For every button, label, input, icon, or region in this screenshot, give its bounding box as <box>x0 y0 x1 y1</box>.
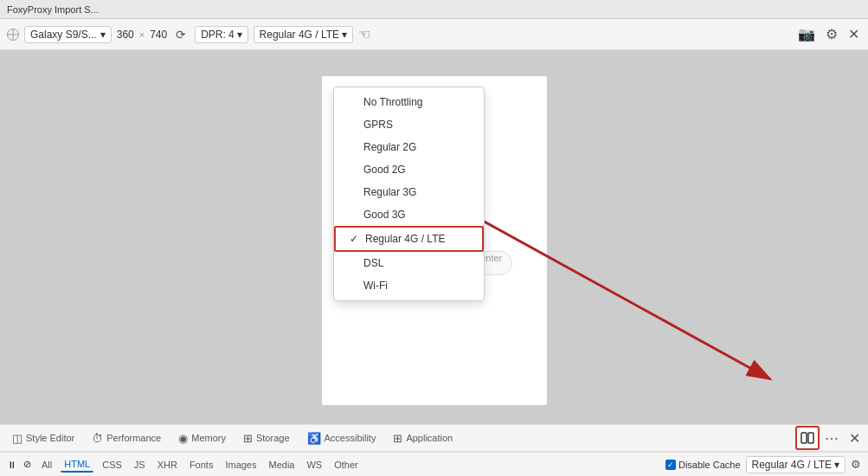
device-frame: Firefox Search with Yandex or enter addr… <box>322 76 547 405</box>
firefox-text: Firefox <box>428 214 481 234</box>
tab-performance[interactable]: ⏱ Performance <box>83 427 170 450</box>
dpr-chevron-icon: ▾ <box>237 29 242 41</box>
dock-icon <box>800 432 814 444</box>
dpr-selector[interactable]: DPR: 4 ▾ <box>195 26 248 43</box>
tab-label: Storage <box>256 433 290 443</box>
tab-style-editor[interactable]: ◫ Style Editor <box>3 427 83 450</box>
disable-cache-control: ✓ Disable Cache <box>665 460 741 470</box>
close-button[interactable]: ✕ <box>846 24 861 44</box>
memory-icon: ◉ <box>178 432 188 445</box>
width-value: 360 <box>117 29 134 41</box>
filter-all[interactable]: All <box>38 458 55 472</box>
filter-css[interactable]: CSS <box>99 458 125 472</box>
toolbar: Galaxy S9/S... ▾ 360 × 740 ⟳ DPR: 4 ▾ Re… <box>0 19 868 50</box>
device-content: Firefox Search with Yandex or enter addr… <box>322 76 547 405</box>
network-bottom-label: Regular 4G / LTE <box>752 459 832 471</box>
network-bar: ⏸ ⊘ All HTML CSS JS XHR Fonts Images Med… <box>0 452 868 476</box>
network-bar-controls: ⏸ ⊘ <box>7 459 31 470</box>
accessibility-icon: ♿ <box>307 432 321 445</box>
tab-label: Application <box>406 433 453 443</box>
dpr-value: 4 <box>228 29 235 41</box>
toolbar-right: 📷 ⚙ ✕ <box>796 24 861 44</box>
title-bar: FoxyProxy Import S... <box>0 0 868 19</box>
screenshot-button[interactable]: 📷 <box>796 24 817 44</box>
style-editor-icon: ◫ <box>12 432 23 445</box>
pause-button[interactable]: ⏸ <box>7 460 16 470</box>
search-bar[interactable]: Search with Yandex or enter address <box>357 251 512 275</box>
performance-icon: ⏱ <box>92 432 103 445</box>
stop-button[interactable]: ⊘ <box>23 459 31 470</box>
network-label: Regular 4G / LTE <box>260 29 339 41</box>
globe-icon <box>7 29 19 41</box>
network-throttle-bottom[interactable]: Regular 4G / LTE ▾ <box>746 456 845 473</box>
title-text: FoxyProxy Import S... <box>7 4 99 15</box>
main-area: Firefox Search with Yandex or enter addr… <box>0 50 868 424</box>
tab-label: Style Editor <box>26 433 74 443</box>
settings-button[interactable]: ⚙ <box>824 24 839 44</box>
network-bottom-chevron: ▾ <box>834 459 839 471</box>
network-throttle-selector[interactable]: Regular 4G / LTE ▾ <box>254 26 353 43</box>
height-value: 740 <box>150 29 167 41</box>
dims-separator: × <box>139 29 145 40</box>
tab-application[interactable]: ⊞ Application <box>384 427 461 450</box>
filter-html[interactable]: HTML <box>61 457 93 473</box>
yandex-icon <box>366 257 378 269</box>
search-placeholder: Search with Yandex or enter address <box>383 253 503 273</box>
application-icon: ⊞ <box>393 432 402 445</box>
devtools-tabs: ◫ Style Editor ⏱ Performance ◉ Memory ⊞ … <box>0 424 868 452</box>
network-settings-icon[interactable]: ⚙ <box>851 458 861 471</box>
device-label: Galaxy S9/S... <box>30 29 97 41</box>
disable-cache-label: Disable Cache <box>678 460 741 470</box>
device-selector[interactable]: Galaxy S9/S... ▾ <box>24 26 112 43</box>
devtools-tab-right: ⋯ ✕ <box>795 426 865 450</box>
tab-storage[interactable]: ⊞ Storage <box>235 427 299 450</box>
filter-media[interactable]: Media <box>265 458 298 472</box>
filter-xhr[interactable]: XHR <box>154 458 181 472</box>
network-bar-tabs: All HTML CSS JS XHR Fonts Images Media W… <box>38 457 659 473</box>
filter-fonts[interactable]: Fonts <box>186 458 217 472</box>
tab-label: Accessibility <box>325 433 376 443</box>
device-chevron-icon: ▾ <box>100 29 106 41</box>
firefox-logo-icon <box>387 206 421 241</box>
rotate-button[interactable]: ⟳ <box>172 26 190 43</box>
filter-other[interactable]: Other <box>331 458 362 472</box>
tab-memory[interactable]: ◉ Memory <box>170 427 235 450</box>
firefox-logo: Firefox <box>387 206 481 241</box>
filter-js[interactable]: JS <box>131 458 149 472</box>
filter-images[interactable]: Images <box>222 458 260 472</box>
svg-rect-4 <box>801 433 807 443</box>
storage-icon: ⊞ <box>243 432 253 445</box>
dpr-label: DPR: <box>201 29 226 41</box>
close-devtools-button[interactable]: ✕ <box>844 428 865 448</box>
tab-label: Memory <box>191 433 226 443</box>
tab-label: Performance <box>106 433 161 443</box>
tab-accessibility[interactable]: ♿ Accessibility <box>299 427 385 450</box>
touch-icon[interactable]: ☜ <box>358 26 370 42</box>
filter-ws[interactable]: WS <box>303 458 325 472</box>
viewport: Firefox Search with Yandex or enter addr… <box>0 50 868 424</box>
more-options-button[interactable]: ⋯ <box>821 428 842 448</box>
dock-button[interactable] <box>795 426 820 450</box>
network-chevron-icon: ▾ <box>342 29 347 41</box>
network-bar-right: ✓ Disable Cache Regular 4G / LTE ▾ ⚙ <box>665 456 861 473</box>
svg-rect-5 <box>808 433 813 443</box>
disable-cache-checkbox[interactable]: ✓ <box>665 460 676 470</box>
